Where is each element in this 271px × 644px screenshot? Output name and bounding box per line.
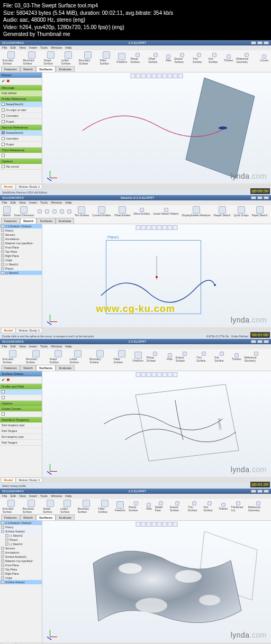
pm-coincident2[interactable]: Coincident [0, 136, 42, 142]
tool-knit-surface[interactable]: Knit Surface [207, 52, 222, 64]
titlebar: SOLIDWORKS 2.3.SLDPRT [0, 40, 271, 45]
pm-secref-head: Second Reference [0, 125, 42, 130]
pm-project[interactable]: Project [0, 119, 42, 125]
svg-point-1 [219, 126, 227, 130]
timestamp-1: 00:00:30 [250, 188, 270, 194]
tool-trim-surface[interactable]: Trim Surface [192, 52, 206, 64]
pm-thirdref-val[interactable] [0, 153, 42, 159]
tool-boundary-surface[interactable]: Boundary Surface [78, 51, 98, 66]
tree-history[interactable]: History [0, 228, 42, 233]
tab-sketch[interactable]: Sketch [20, 66, 36, 72]
tree-material[interactable]: Material <not specified> [0, 241, 42, 245]
tool-snaps[interactable]: Quick Snaps [232, 206, 249, 217]
menu-view[interactable]: View [19, 46, 26, 49]
viewport-1[interactable]: lynda.com [42, 72, 271, 183]
pm-flip[interactable]: Flip normal [0, 164, 42, 170]
close-button[interactable] [264, 41, 269, 44]
svg-marker-8 [199, 531, 257, 600]
tool-lofted-surface[interactable]: Lofted Surface [60, 51, 77, 66]
tree-sensors[interactable]: Sensors [0, 233, 42, 237]
menu-file[interactable]: File [2, 46, 7, 49]
frame-4: SOLIDWORKS2.3.SLDPRT FileEditViewInsertT… [0, 489, 271, 645]
tree-plane1[interactable]: Plane1 [0, 266, 42, 271]
tool-line[interactable] [37, 209, 43, 214]
tree-sweep-expanded[interactable]: Surface-Sweep1 [0, 529, 42, 533]
menu-help[interactable]: Help [65, 46, 71, 49]
tool-revolved-surface[interactable]: Revolved Surface [22, 51, 41, 66]
menubar: File Edit View Insert Tools Window Help [0, 45, 271, 50]
max-button[interactable] [257, 41, 263, 44]
pm-project2[interactable]: Project [0, 142, 42, 148]
pm-secref-val[interactable]: SweepSketch1 [0, 130, 42, 136]
tool-pattern[interactable]: Linear Sketch Pattern [152, 207, 179, 216]
menu-edit[interactable]: Edit [11, 46, 16, 49]
menu-tools[interactable]: Tools [40, 46, 48, 49]
tool-curves[interactable]: Curves [259, 54, 269, 62]
frame-3: SOLIDWORKS2.3.SLDPRT FileEditViewInsertT… [0, 339, 271, 489]
pm-profref-val[interactable]: SweepSketch1 [0, 102, 42, 107]
tab-features[interactable]: Features [1, 66, 20, 72]
tab-surfaces[interactable]: Surfaces [36, 66, 56, 72]
tree-right[interactable]: Right Plane [0, 254, 42, 258]
tree-front[interactable]: Front Plane [0, 245, 42, 250]
pm-path-slot[interactable] [0, 395, 42, 401]
tool-arc[interactable] [59, 209, 65, 214]
tool-offset[interactable]: Offset Entities [113, 206, 132, 217]
tool-circle[interactable] [51, 209, 58, 214]
pm-ok-cancel[interactable]: ✔✖ [0, 78, 42, 85]
frame-2: SOLIDWORKS Sketch2 of 2.3.SLDPRT FileEdi… [0, 195, 271, 339]
tab-evaluate[interactable]: Evaluate [56, 66, 74, 72]
viewport-4[interactable]: lynda.com [42, 521, 271, 642]
pm-origin-chk[interactable]: On origin on start [0, 107, 42, 113]
tool-extruded-surface[interactable]: Extruded Surface [2, 51, 21, 66]
pm-start-tangency-val[interactable]: Path Tangent [0, 428, 42, 434]
tree-annotations[interactable]: Annotations [0, 237, 42, 241]
tree-root[interactable]: 2.3 (Default<<Default> [0, 224, 42, 228]
triad-icon [46, 168, 56, 178]
meta-video: Video: h264, yuv420p, 1280x720, 15.00 fp… [3, 24, 268, 31]
tool-rapid[interactable]: Rapid Sketch [251, 206, 269, 217]
tab-sketch-active[interactable]: Sketch [20, 218, 37, 224]
viewport-3[interactable]: Plane1 lynda.com [42, 371, 271, 477]
tree-sk1[interactable]: (-) Sketch1 [0, 262, 42, 266]
tool-freeform[interactable]: Freeform [115, 52, 128, 64]
pm-profile-slot[interactable] [0, 389, 42, 395]
tool-offset-surface[interactable]: Offset Surface [147, 52, 164, 64]
tool-spline[interactable] [66, 209, 73, 214]
status-bar: SolidWorks Premium 2014 x64 EditionEditi… [0, 190, 271, 195]
tool-convert[interactable]: Convert Entities [91, 206, 112, 217]
pm-coincident[interactable]: Coincident [0, 113, 42, 119]
status-bar: Double click to end the spline at the cu… [0, 334, 271, 339]
pm-end-tangency-val[interactable]: Path Tangent [0, 440, 42, 446]
tool-fillet[interactable]: Fillet [165, 54, 173, 62]
tool-rect[interactable] [44, 209, 50, 214]
tool-swept-surface[interactable]: Swept Surface [42, 51, 59, 66]
menu-window[interactable]: Window [51, 46, 62, 49]
tool-refgeom[interactable]: Reference Geometry [235, 52, 258, 64]
menu-insert[interactable]: Insert [29, 46, 37, 49]
tool-mirror[interactable]: Mirror Entities [133, 207, 151, 216]
lynda-watermark: lynda.com [231, 465, 267, 474]
tool-planar-surface[interactable]: Planar Surface [129, 52, 146, 64]
btab-model[interactable]: Model [1, 184, 15, 189]
vbtn[interactable] [131, 73, 136, 78]
tool-relations[interactable]: Display/Delete Relations [181, 206, 212, 217]
ribbon-sketch: Sketch Smart Dimension Trim Entities Con… [0, 205, 271, 224]
min-button[interactable] [251, 41, 256, 44]
tree-sk2[interactable]: (-) Sketch2 [0, 271, 42, 275]
svg-point-5 [214, 284, 216, 286]
tool-repair[interactable]: Repair Sketch [213, 206, 231, 217]
tool-sketch[interactable]: Sketch [2, 206, 12, 217]
svg-point-12 [199, 595, 220, 605]
tool-filled-surface[interactable]: Filled Surface [99, 51, 115, 66]
tool-extend-surface[interactable]: Extend Surface [173, 52, 191, 64]
pm-thirdref-head: Third Reference [0, 148, 42, 153]
tree-origin[interactable]: Origin [0, 258, 42, 262]
tool-trim[interactable]: Trim Entities [74, 206, 91, 217]
tool-thicken[interactable]: Thicken [223, 54, 234, 62]
btab-motion[interactable]: Motion Study 1 [16, 184, 42, 189]
tree-sweep-item[interactable]: Surface-Sweep1 [0, 580, 42, 584]
tree-top[interactable]: Top Plane [0, 250, 42, 254]
tool-dimension[interactable]: Smart Dimension [13, 206, 35, 217]
pm-profref-head: Profile Reference [0, 96, 42, 102]
